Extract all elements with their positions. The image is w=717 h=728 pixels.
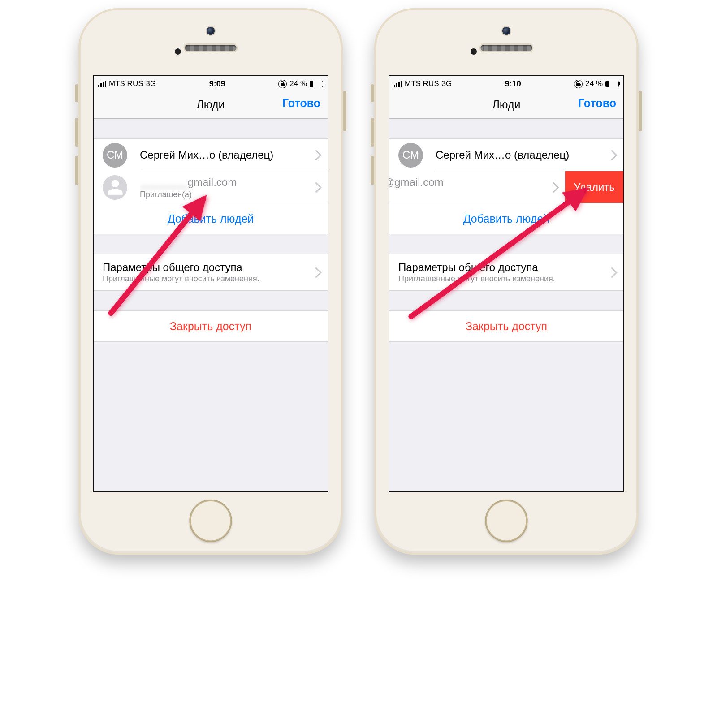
sharing-settings-row[interactable]: Параметры общего доступа Приглашенные мо… [389,254,623,290]
add-people-button[interactable]: Добавить людей [94,203,328,234]
invitee-status: Приглашен(а) [140,190,307,199]
sensor-icon [175,48,181,55]
network-label: 3G [442,79,452,88]
close-group: Закрыть доступ [389,310,623,342]
clock: 9:10 [505,79,521,89]
invitee-status: Приглашен(а) [389,190,544,199]
rotation-lock-icon [574,80,583,88]
people-list: СМ Сергей Мих…о (владелец) [389,138,623,234]
chevron-right-icon [312,150,319,160]
nav-bar: Люди Готово [389,90,623,119]
nav-bar: Люди Готово [94,90,328,119]
done-button[interactable]: Готово [578,97,616,110]
params-title: Параметры общего доступа [398,261,603,274]
volume-down-button[interactable] [371,156,374,185]
close-sharing-button[interactable]: Закрыть доступ [94,311,328,341]
volume-down-button[interactable] [75,156,78,185]
page-title: Люди [492,98,520,111]
sharing-settings-row[interactable]: Параметры общего доступа Приглашенные мо… [94,254,328,290]
invitee-email: ________gmail.com [140,175,307,189]
carrier-label: MTS RUS [405,79,439,88]
phone-left: MTS RUS 3G 9:09 24 % Люди Готово [78,8,343,728]
avatar [103,175,127,200]
network-label: 3G [146,79,156,88]
status-bar: MTS RUS 3G 9:10 24 % [389,76,623,90]
rotation-lock-icon [278,80,287,88]
signal-icon [394,81,402,87]
signal-icon [98,81,106,87]
screen: MTS RUS 3G 9:09 24 % Люди Готово [93,75,328,492]
volume-up-button[interactable] [75,118,78,147]
close-sharing-button[interactable]: Закрыть доступ [389,311,623,341]
battery-icon [310,81,323,87]
params-group: Параметры общего доступа Приглашенные мо… [94,254,328,291]
screen: MTS RUS 3G 9:10 24 % Люди Готово [389,75,624,492]
status-bar: MTS RUS 3G 9:09 24 % [94,76,328,90]
done-button[interactable]: Готово [282,97,320,110]
speaker-icon [185,45,237,51]
phone-right: MTS RUS 3G 9:10 24 % Люди Готово [374,8,639,728]
params-subtitle: Приглашенные могут вносить изменения. [398,274,603,284]
avatar: СМ [103,143,127,168]
invitee-row[interactable]: ________gmail.com Приглашен(а) [94,171,328,203]
chevron-right-icon [608,150,614,160]
sensor-icon [471,48,477,55]
owner-row[interactable]: СМ Сергей Мих…о (владелец) [389,139,623,171]
speaker-icon [481,45,532,51]
camera-icon [502,27,510,35]
page-title: Люди [196,98,225,111]
power-button[interactable] [639,91,642,131]
battery-percent: 24 % [585,79,603,88]
invitee-row-swiped[interactable]: ________@gmail.com Приглашен(а) Удалить [389,171,623,203]
owner-name: Сергей Мих…о (владелец) [436,148,603,162]
chevron-right-icon [312,267,319,278]
people-list: СМ Сергей Мих…о (владелец) [94,138,328,234]
home-button[interactable] [485,500,528,542]
carrier-label: MTS RUS [109,79,143,88]
close-group: Закрыть доступ [94,310,328,342]
avatar: СМ [398,143,423,168]
owner-row[interactable]: СМ Сергей Мих…о (владелец) [94,139,328,171]
invitee-email: ________@gmail.com [389,175,544,189]
params-group: Параметры общего доступа Приглашенные мо… [389,254,623,291]
clock: 9:09 [209,79,225,89]
camera-icon [207,27,215,35]
battery-percent: 24 % [289,79,307,88]
add-people-button[interactable]: Добавить людей [389,203,623,234]
home-button[interactable] [190,500,232,542]
delete-button[interactable]: Удалить [565,171,623,203]
volume-up-button[interactable] [371,118,374,147]
params-subtitle: Приглашенные могут вносить изменения. [103,274,307,284]
mute-switch[interactable] [75,84,78,102]
battery-icon [605,81,619,87]
params-title: Параметры общего доступа [103,261,307,274]
chevron-right-icon [550,182,556,193]
power-button[interactable] [343,91,346,131]
mute-switch[interactable] [371,84,374,102]
owner-name: Сергей Мих…о (владелец) [140,148,307,162]
chevron-right-icon [608,267,614,278]
chevron-right-icon [312,182,319,193]
